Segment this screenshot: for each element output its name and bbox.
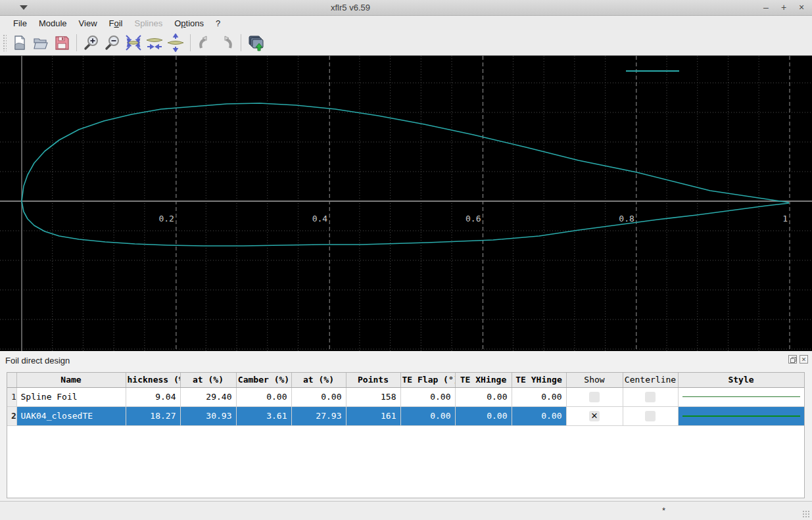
centerline-checkbox[interactable] [645, 411, 656, 421]
reset-x-scale-icon [145, 34, 164, 52]
cell-points[interactable]: 161 [346, 406, 400, 425]
reset-y-scale-icon [166, 34, 185, 52]
zoom-out-button[interactable] [103, 33, 122, 53]
col-header-te-yhinge[interactable]: TE YHinge [512, 373, 566, 387]
cell-te-flap[interactable]: 0.00 [400, 387, 455, 406]
table-row-selected[interactable]: 2 UAK04_closedTE 18.27 30.93 3.61 27.93 … [7, 406, 804, 425]
col-header-te-xhinge[interactable]: TE XHinge [455, 373, 512, 387]
close-button[interactable]: × [796, 1, 807, 13]
reset-y-scale-button[interactable] [166, 33, 185, 53]
svg-text:1: 1 [782, 214, 788, 224]
resize-grip[interactable] [802, 510, 810, 518]
new-file-icon [12, 35, 28, 51]
cell-name[interactable]: UAK04_closedTE [16, 406, 126, 425]
toolbar-drag-handle[interactable] [3, 34, 7, 51]
col-header-show[interactable]: Show [566, 373, 623, 387]
maximize-button[interactable]: + [778, 1, 789, 13]
cell-show-checkbox[interactable]: ✕ [566, 406, 623, 425]
menu-splines: Splines [130, 17, 168, 30]
menu-options[interactable]: Options [169, 17, 209, 30]
col-header-camber-at[interactable]: at (%) [291, 373, 346, 387]
show-checkbox[interactable] [589, 392, 600, 402]
status-message: * [662, 506, 665, 515]
col-header-te-flap[interactable]: TE Flap (°) [400, 373, 455, 387]
save-button[interactable] [52, 33, 72, 53]
foil-table-viewport: Name hickness (% at (%) Camber (%) at (%… [7, 372, 805, 498]
cell-show-checkbox[interactable] [566, 387, 623, 406]
cell-style[interactable] [678, 387, 804, 406]
foil-table: Name hickness (% at (%) Camber (%) at (%… [7, 373, 805, 426]
cell-thickness[interactable]: 9.04 [126, 387, 180, 406]
cell-thickness[interactable]: 18.27 [126, 406, 180, 425]
reset-scales-icon [124, 34, 143, 52]
redo-icon [218, 34, 235, 51]
store-splines-to-foil-button[interactable] [246, 33, 266, 53]
cell-te-yhinge[interactable]: 0.00 [512, 406, 566, 425]
cell-centerline-checkbox[interactable] [623, 387, 678, 406]
row-header[interactable]: 2 [7, 406, 16, 425]
col-header-style[interactable]: Style [678, 373, 804, 387]
toolbar [0, 30, 812, 55]
centerline-checkbox[interactable] [645, 392, 656, 402]
cell-style[interactable] [678, 406, 804, 425]
cell-points[interactable]: 158 [346, 387, 400, 406]
col-header-thickness-at[interactable]: at (%) [180, 373, 236, 387]
cell-camber[interactable]: 0.00 [236, 387, 291, 406]
menu-foil[interactable]: Foil [104, 17, 128, 30]
show-checkbox[interactable]: ✕ [589, 411, 600, 421]
corner-header [7, 373, 16, 387]
menu-view[interactable]: View [74, 17, 103, 30]
reset-scales-button[interactable] [124, 33, 143, 53]
undo-icon [197, 34, 214, 51]
cell-name[interactable]: Spline Foil [16, 387, 126, 406]
open-folder-icon [33, 35, 49, 51]
toolbar-separator [190, 34, 191, 51]
dock-close-button[interactable]: ✕ [800, 355, 808, 364]
svg-text:0.6: 0.6 [466, 214, 481, 224]
cell-te-flap[interactable]: 0.00 [400, 406, 455, 425]
open-file-button[interactable] [31, 33, 51, 53]
toolbar-separator [76, 34, 77, 51]
row-header[interactable]: 1 [7, 387, 16, 406]
new-file-button[interactable] [10, 33, 30, 53]
table-row[interactable]: 1 Spline Foil 9.04 29.40 0.00 0.00 158 0… [7, 387, 804, 406]
cell-thickness-at[interactable]: 30.93 [180, 406, 236, 425]
cell-thickness-at[interactable]: 29.40 [180, 387, 236, 406]
menu-bar: File Module View Foil Splines Options ? [0, 16, 812, 30]
svg-text:0.2: 0.2 [158, 214, 174, 224]
save-icon [54, 35, 70, 51]
xflr5-window: { "window": { "title": "xflr5 v6.59", "m… [0, 0, 812, 520]
reset-x-scale-button[interactable] [145, 33, 164, 53]
cell-centerline-checkbox[interactable] [623, 406, 678, 425]
cell-te-xhinge[interactable]: 0.00 [455, 406, 512, 425]
redo-button[interactable] [216, 33, 236, 53]
cell-camber[interactable]: 3.61 [236, 406, 291, 425]
menu-help[interactable]: ? [210, 17, 226, 30]
window-title: xflr5 v6.59 [331, 3, 370, 12]
foil-style-line [682, 396, 800, 397]
col-header-camber[interactable]: Camber (%) [236, 373, 291, 387]
col-header-points[interactable]: Points [346, 373, 400, 387]
zoom-in-button[interactable] [82, 33, 101, 53]
cell-camber-at[interactable]: 27.93 [291, 406, 346, 425]
col-header-centerline[interactable]: Centerline [623, 373, 678, 387]
undo-button[interactable] [195, 33, 215, 53]
cell-camber-at[interactable]: 0.00 [291, 387, 346, 406]
svg-text:0.4: 0.4 [312, 214, 328, 224]
menu-module[interactable]: Module [34, 17, 72, 30]
cell-te-yhinge[interactable]: 0.00 [512, 387, 566, 406]
airfoil-plot: 0.20.40.60.81 [0, 56, 812, 352]
panel-title: Foil direct design [5, 356, 70, 366]
store-splines-to-foil-icon [247, 34, 265, 52]
dock-float-button[interactable] [788, 355, 797, 364]
svg-text:0.8: 0.8 [619, 214, 634, 224]
table-header-row: Name hickness (% at (%) Camber (%) at (%… [7, 373, 804, 387]
minimize-button[interactable]: – [761, 1, 771, 13]
menu-file[interactable]: File [8, 17, 32, 30]
window-menu-icon[interactable] [20, 5, 28, 10]
col-header-thickness[interactable]: hickness (% [126, 373, 180, 387]
status-bar: * [0, 501, 812, 520]
cell-te-xhinge[interactable]: 0.00 [455, 387, 512, 406]
foil-design-canvas[interactable]: 0.20.40.60.81 [0, 55, 812, 351]
col-header-name[interactable]: Name [16, 373, 126, 387]
